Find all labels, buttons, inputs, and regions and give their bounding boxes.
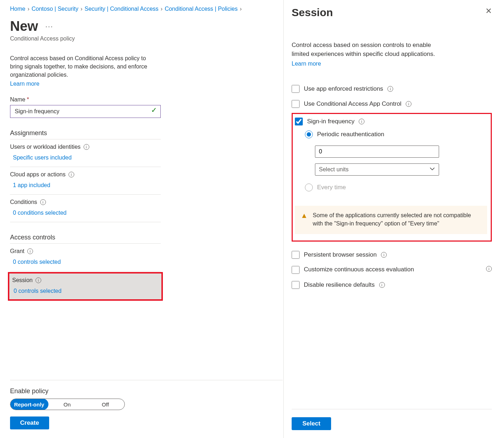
enable-policy-label: Enable policy [10,387,283,395]
warning-text: Some of the applications currently selec… [313,211,481,228]
info-icon[interactable]: i [359,119,364,124]
session-row[interactable]: Session i 0 controls selected [9,273,161,299]
panel-title: Session [292,6,333,19]
every-time-radio[interactable] [305,184,313,191]
page-description: Control access based on Conditional Acce… [10,54,154,79]
warning-icon: ▲ [301,211,308,228]
info-icon[interactable]: i [486,266,492,272]
page-subtitle: Conditional Access policy [10,35,273,42]
every-time-label: Every time [317,184,346,191]
breadcrumb-home[interactable]: Home [10,6,25,12]
info-icon[interactable]: i [379,282,385,288]
info-icon[interactable]: i [381,252,387,258]
panel-learn-more-link[interactable]: Learn more [292,61,492,67]
session-label: Session [12,277,33,284]
breadcrumb-conditional-access[interactable]: Security | Conditional Access [85,6,159,12]
conditions-label: Conditions [10,199,37,205]
conditions-row[interactable]: Conditions i 0 conditions selected [10,195,161,222]
check-icon: ✓ [151,106,157,114]
grant-label: Grant [10,248,24,254]
apps-label: Cloud apps or actions [10,171,66,178]
warning-callout: ▲ Some of the applications currently sel… [295,206,487,234]
close-icon[interactable]: ✕ [485,6,492,16]
info-icon[interactable]: i [69,172,74,177]
users-row[interactable]: Users or workload identities i Specific … [10,139,161,167]
breadcrumb: Home › Contoso | Security › Security | C… [10,6,273,12]
page-title: New [10,19,38,34]
persistent-session-checkbox[interactable] [292,251,300,259]
apps-value[interactable]: 1 app included [10,182,161,189]
breadcrumb-policies[interactable]: Conditional Access | Policies [165,6,237,12]
info-icon[interactable]: i [36,277,41,283]
cae-checkbox[interactable] [292,266,300,274]
grant-value[interactable]: 0 controls selected [10,259,161,265]
frequency-input[interactable] [315,146,439,158]
assignments-heading: Assignments [10,129,161,139]
toggle-report-only[interactable]: Report-only [10,399,48,410]
name-input[interactable] [10,105,161,118]
chevron-right-icon: › [161,6,162,12]
breadcrumb-security[interactable]: Contoso | Security [32,6,78,12]
caac-label: Use Conditional Access App Control [304,100,401,108]
resilience-checkbox[interactable] [292,281,300,289]
conditions-value[interactable]: 0 conditions selected [10,210,161,216]
info-icon[interactable]: i [40,199,46,205]
units-dropdown[interactable]: Select units [315,163,439,176]
name-label: Name* [10,96,273,103]
session-row-highlight: Session i 0 controls selected [8,272,163,301]
signin-frequency-checkbox[interactable] [295,118,303,125]
info-icon[interactable]: i [406,101,411,107]
signin-frequency-highlight: Sign-in frequency i Periodic reauthentic… [292,113,492,242]
resilience-label: Disable resilience defaults [304,281,375,289]
info-icon[interactable]: i [84,144,89,150]
required-icon: * [27,96,29,103]
apps-row[interactable]: Cloud apps or actions i 1 app included [10,167,161,195]
select-button[interactable]: Select [292,417,331,430]
session-value[interactable]: 0 controls selected [12,288,159,294]
chevron-right-icon: › [240,6,242,12]
panel-description: Control access based on session controls… [292,41,439,58]
learn-more-link[interactable]: Learn more [10,81,273,87]
chevron-right-icon: › [28,6,29,12]
periodic-radio[interactable] [305,130,313,138]
info-icon[interactable]: i [27,248,33,254]
units-placeholder: Select units [319,166,349,173]
access-controls-heading: Access controls [10,234,161,244]
enable-policy-toggle[interactable]: Report-only On Off [10,399,125,410]
chevron-right-icon: › [80,6,82,12]
caac-checkbox[interactable] [292,100,300,108]
app-enforced-checkbox[interactable] [292,85,300,93]
chevron-down-icon [429,166,435,173]
users-label: Users or workload identities [10,144,81,150]
info-icon[interactable]: i [387,86,393,92]
periodic-label: Periodic reauthentication [317,131,384,138]
more-icon[interactable]: ··· [45,22,53,30]
cae-label: Customize continuous access evaluation [304,266,414,273]
toggle-off[interactable]: Off [86,399,124,410]
persistent-session-label: Persistent browser session [304,251,377,258]
grant-row[interactable]: Grant i 0 controls selected [10,244,161,271]
create-button[interactable]: Create [10,416,49,429]
signin-frequency-label: Sign-in frequency [307,118,354,125]
toggle-on[interactable]: On [48,399,86,410]
users-value[interactable]: Specific users included [10,154,161,161]
app-enforced-label: Use app enforced restrictions [304,85,383,92]
